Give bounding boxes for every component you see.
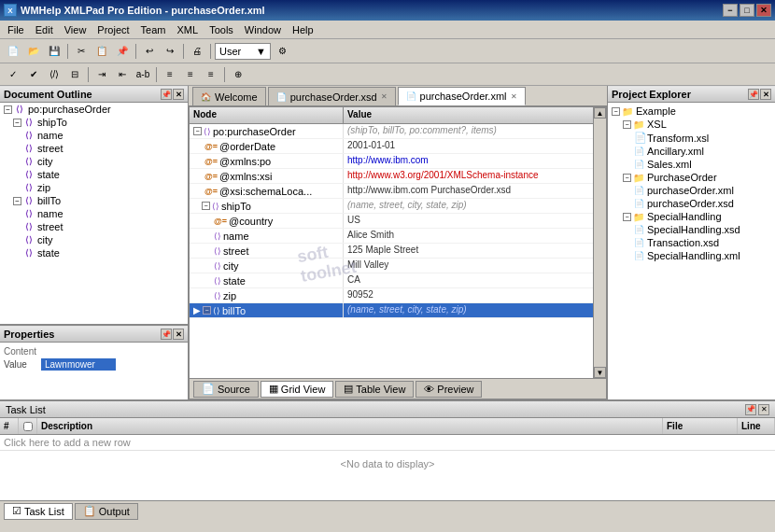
xml-tab-preview[interactable]: 👁 Preview [416, 381, 482, 398]
doc-outline-close[interactable]: ✕ [173, 89, 184, 100]
doc-outline-pin[interactable]: 📌 [161, 89, 172, 100]
pt-ancillary-xml[interactable]: 📄 Ancillary.xml [610, 145, 773, 158]
xml-validate-button[interactable]: ✔ [24, 66, 43, 83]
menu-project[interactable]: Project [92, 22, 134, 37]
indent-button[interactable]: ⇥ [92, 66, 111, 83]
user-settings-button[interactable]: ⚙ [273, 43, 291, 60]
xml-row-name[interactable]: ⟨⟩ name Alice Smith [190, 229, 593, 244]
xml-collapse-button[interactable]: ⊟ [65, 66, 84, 83]
close-button[interactable]: ✕ [756, 4, 771, 17]
expand-example-icon[interactable]: − [612, 107, 620, 116]
expand-po-icon[interactable]: − [623, 174, 631, 182]
menu-edit[interactable]: Edit [30, 22, 59, 37]
tree-item-billto[interactable]: − ⟨⟩ billTo [0, 194, 188, 207]
toggle-shipto[interactable]: − [13, 119, 21, 127]
xml-row-purchaseorder[interactable]: − ⟨⟩ po:purchaseOrder (shipTo, billTo, p… [190, 124, 593, 139]
pt-specialhandling-xml[interactable]: 📄 SpecialHandling.xml [610, 249, 773, 262]
menu-xml[interactable]: XML [172, 22, 204, 37]
menu-team[interactable]: Team [135, 22, 172, 37]
task-check-all[interactable] [23, 422, 33, 431]
project-explorer-pin[interactable]: 📌 [748, 89, 759, 100]
expand-sh-icon[interactable]: − [623, 213, 631, 221]
btm-tab-tasklist[interactable]: ☑ Task List [4, 503, 73, 520]
tree-item-billto-city[interactable]: ⟨⟩ city [0, 233, 188, 246]
maximize-button[interactable]: □ [740, 4, 754, 17]
save-button[interactable]: 💾 [45, 43, 63, 60]
expand-icon[interactable]: − [203, 306, 211, 315]
xml-row-billto[interactable]: ▶ − ⟨⟩ billTo (name, street, city, state… [190, 303, 593, 318]
tab-xsd-close[interactable]: ✕ [381, 92, 388, 101]
align-right-button[interactable]: ≡ [202, 66, 220, 83]
tree-item-street[interactable]: ⟨⟩ street [0, 142, 188, 155]
menu-file[interactable]: File [2, 22, 30, 37]
align-left-button[interactable]: ≡ [161, 66, 179, 83]
xml-tab-gridview[interactable]: ▦ Grid View [261, 381, 333, 398]
user-dropdown[interactable]: User ▼ [215, 43, 271, 60]
extra-button[interactable]: ⊕ [229, 66, 247, 83]
toggle-purchaseorder[interactable]: − [4, 105, 12, 114]
pt-purchaseorder-xsd[interactable]: 📄 purchaseOrder.xsd [610, 197, 773, 210]
task-add-row[interactable]: Click here to add a new row [0, 435, 775, 451]
pt-example-folder[interactable]: − 📁 Example [610, 105, 773, 118]
xml-row-orderdate[interactable]: @= @orderDate 2001-01-01 [190, 139, 593, 154]
xml-well-formed-button[interactable]: ✓ [4, 66, 22, 83]
expand-icon[interactable]: − [193, 127, 202, 135]
menu-help[interactable]: Help [287, 22, 319, 37]
project-explorer-close[interactable]: ✕ [760, 89, 771, 100]
xml-row-country[interactable]: @= @country US [190, 214, 593, 229]
align-center-button[interactable]: ≡ [181, 66, 200, 83]
pt-transaction-xsd[interactable]: 📄 Transaction.xsd [610, 236, 773, 249]
tab-purchaseorderxml[interactable]: 📄 purchaseOrder.xml ✕ [398, 87, 526, 105]
scroll-down-button[interactable]: ▼ [594, 367, 606, 378]
copy-button[interactable]: 📋 [92, 43, 111, 60]
toggle-billto[interactable]: − [13, 197, 21, 205]
outdent-button[interactable]: ⇤ [113, 66, 132, 83]
tab-xml-close[interactable]: ✕ [511, 92, 517, 101]
xml-row-xmlnsxsi[interactable]: @= @xmlns:xsi http://www.w3.org/2001/XML… [190, 169, 593, 184]
tree-item-city[interactable]: ⟨⟩ city [0, 155, 188, 168]
xml-tab-source[interactable]: 📄 Source [193, 381, 259, 398]
pt-specialhandling-folder[interactable]: − 📁 SpecialHandling [610, 210, 773, 223]
tree-item-billto-name[interactable]: ⟨⟩ name [0, 207, 188, 220]
xml-row-shipto[interactable]: − ⟨⟩ shipTo (name, street, city, state, … [190, 199, 593, 214]
pt-specialhandling-xsd[interactable]: 📄 SpecialHandling.xsd [610, 223, 773, 236]
xml-row-street[interactable]: ⟨⟩ street 125 Maple Street [190, 244, 593, 259]
new-button[interactable]: 📄 [4, 43, 22, 60]
xml-row-xmlnspo[interactable]: @= @xmlns:po http://www.ibm.com [190, 154, 593, 169]
print-button[interactable]: 🖨 [188, 43, 206, 60]
tree-item-shipto[interactable]: − ⟨⟩ shipTo [0, 116, 188, 129]
open-button[interactable]: 📂 [24, 43, 43, 60]
tab-welcome[interactable]: 🏠 Welcome [192, 87, 266, 105]
properties-pin[interactable]: 📌 [161, 329, 172, 340]
menu-view[interactable]: View [59, 22, 92, 37]
redo-button[interactable]: ↪ [161, 43, 179, 60]
xml-format-button[interactable]: ⟨/⟩ [45, 66, 63, 83]
xml-scrollbar[interactable]: ▲ ▼ [593, 107, 606, 378]
menu-window[interactable]: Window [239, 22, 287, 37]
undo-button[interactable]: ↩ [140, 43, 159, 60]
xml-row-zip[interactable]: ⟨⟩ zip 90952 [190, 288, 593, 303]
pt-transform-xsl[interactable]: 📄 Transform.xsl [610, 131, 773, 145]
paste-button[interactable]: 📌 [113, 43, 132, 60]
xml-row-state[interactable]: ⟨⟩ state CA [190, 273, 593, 288]
task-list-close[interactable]: ✕ [758, 404, 769, 415]
btm-tab-output[interactable]: 📋 Output [75, 503, 138, 520]
tree-item-billto-street[interactable]: ⟨⟩ street [0, 220, 188, 233]
expand-xsl-icon[interactable]: − [623, 120, 631, 129]
pt-xsl-folder[interactable]: − 📁 XSL [610, 118, 773, 131]
tree-item-purchaseorder[interactable]: − ⟨⟩ po:purchaseOrder [0, 103, 188, 116]
xml-row-schemaloca[interactable]: @= @xsi:schemaLoca... http://www.ibm.com… [190, 184, 593, 199]
menu-tools[interactable]: Tools [204, 22, 239, 37]
pt-sales-xml[interactable]: 📄 Sales.xml [610, 158, 773, 171]
minimize-button[interactable]: − [723, 4, 738, 17]
tree-item-name[interactable]: ⟨⟩ name [0, 129, 188, 142]
tree-item-billto-state[interactable]: ⟨⟩ state [0, 246, 188, 259]
scroll-up-button[interactable]: ▲ [594, 107, 606, 119]
pt-purchaseorder-xml[interactable]: 📄 purchaseOrder.xml [610, 184, 773, 197]
xml-rows[interactable]: − ⟨⟩ po:purchaseOrder (shipTo, billTo, p… [190, 124, 593, 378]
pt-purchaseorder-folder[interactable]: − 📁 PurchaseOrder [610, 171, 773, 184]
xml-tab-tableview[interactable]: ▤ Table View [335, 381, 414, 398]
tree-item-state[interactable]: ⟨⟩ state [0, 168, 188, 181]
expand-icon[interactable]: − [202, 202, 210, 210]
cut-button[interactable]: ✂ [72, 43, 91, 60]
